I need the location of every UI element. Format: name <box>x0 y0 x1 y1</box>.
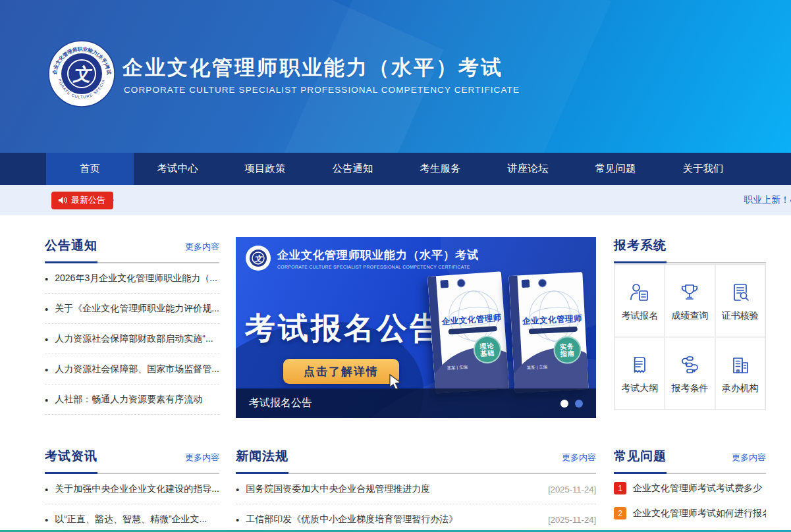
announcement-item[interactable]: • 关于《企业文化管理师职业能力评价规... <box>45 294 219 324</box>
latest-notice-badge: 最新公告 <box>51 192 113 209</box>
logo-glyph: 文 <box>72 65 93 84</box>
certificate-verify-icon <box>728 280 752 304</box>
banner-logo-icon: 文 <box>245 245 271 271</box>
apply-system-title: 报考系统 <box>614 237 667 254</box>
news-laws-link[interactable]: 国务院国资委加大中央企业合规管理推进力度 <box>246 483 533 495</box>
speaker-icon <box>57 196 67 205</box>
news-laws-more-link[interactable]: 更多内容 <box>562 452 596 464</box>
apply-system-item-outline[interactable]: 考试大纲 <box>614 337 665 410</box>
banner-slide[interactable]: 文 企业文化管理师职业能力（水平）考试 CORPORATE CULTURE SP… <box>236 237 596 418</box>
announcement-link[interactable]: 2026年3月企业文化管理师职业能力（... <box>55 273 219 284</box>
banner-detail-button[interactable]: 点击了解详情 <box>283 359 399 384</box>
book-tag <box>522 279 530 288</box>
announcement-link[interactable]: 人力资源社会保障部、国家市场监督管... <box>55 363 219 375</box>
cell-label: 证书核验 <box>722 310 759 322</box>
banner-brand-title: 企业文化管理师职业能力（水平）考试 <box>277 248 479 263</box>
nav-item-lecture-forum[interactable]: 讲座论坛 <box>484 153 572 185</box>
exam-news-title: 考试资讯 <box>45 448 97 465</box>
exam-news-link[interactable]: 关于加强中央企业企业文化建设的指导... <box>55 483 219 495</box>
divider <box>614 473 766 474</box>
faq-number-badge: 2 <box>614 507 626 519</box>
announcements-more-link[interactable]: 更多内容 <box>185 241 219 253</box>
book-cover: 企业文化管理师 某某 | 主编 实务 指南 <box>508 272 588 393</box>
announcement-item[interactable]: • 人力资源社会保障部财政部启动实施“... <box>45 324 219 354</box>
bullet-icon: • <box>45 274 48 284</box>
banner-brand: 文 企业文化管理师职业能力（水平）考试 CORPORATE CULTURE SP… <box>245 245 479 271</box>
bullet-icon: • <box>45 485 48 494</box>
announcement-link[interactable]: 人力资源社会保障部财政部启动实施“... <box>55 333 219 345</box>
faq-more-link[interactable]: 更多内容 <box>732 452 766 464</box>
main-nav: 首页 考试中心 项目政策 公告通知 考生服务 讲座论坛 常见问题 关于我们 <box>0 153 791 185</box>
exam-news-link[interactable]: 以“正直、豁达、智慧、精微”企业文... <box>55 514 219 525</box>
cell-label: 考试报名 <box>621 310 658 322</box>
cursor-arrow-icon <box>389 374 403 390</box>
faq-link[interactable]: 企业文化管理师考试如何进行报名... <box>633 508 766 519</box>
row-top: 公告通知 更多内容 • 2026年3月企业文化管理师职业能力（... • 关于《… <box>45 237 766 418</box>
faq-title: 常见问题 <box>614 448 667 465</box>
announcement-item[interactable]: • 人力资源社会保障部、国家市场监督管... <box>45 354 219 385</box>
exam-news-item[interactable]: • 以“正直、豁达、智慧、精微”企业文... <box>45 504 219 532</box>
announcement-link[interactable]: 关于《企业文化管理师职业能力评价规... <box>55 303 219 315</box>
bullet-icon: • <box>236 515 239 525</box>
apply-system-grid: 考试报名 成绩查询 <box>614 264 766 410</box>
faq-item[interactable]: 2 企业文化管理师考试如何进行报名... <box>614 502 766 524</box>
book-author: 某某 | 主编 <box>527 364 548 371</box>
apply-system-item-conditions[interactable]: 报考条件 <box>665 337 715 410</box>
book-logo-icon <box>456 279 466 288</box>
cell-label: 成绩查询 <box>671 310 708 322</box>
site-subtitle: CORPORATE CULTURE SPECIALIST PROFESSIONA… <box>124 85 520 95</box>
apply-system-item-organizer[interactable]: 承办机构 <box>715 337 765 410</box>
news-laws-link[interactable]: 工信部印发《优质中小企业梯度培育管理暂行办法》 <box>246 514 533 525</box>
exam-news-more-link[interactable]: 更多内容 <box>185 452 219 464</box>
bullet-icon: • <box>236 485 239 494</box>
announcements-title: 公告通知 <box>45 237 97 254</box>
score-query-icon <box>678 280 701 304</box>
nav-item-about-us[interactable]: 关于我们 <box>659 153 747 185</box>
news-laws-item[interactable]: • 工信部印发《优质中小企业梯度培育管理暂行办法》 [2025-11-24] <box>236 504 596 532</box>
book-tag <box>440 280 449 288</box>
cell-label: 承办机构 <box>722 383 759 394</box>
banner-brand-subtitle: CORPORATE CULTURE SPECIALIST PROFESSIONA… <box>277 265 479 269</box>
row-bottom: 考试资讯 更多内容 • 关于加强中央企业企业文化建设的指导... • 以“正直、… <box>45 448 766 532</box>
banner-caption: 考试报名公告 <box>249 396 560 410</box>
apply-system-panel: 报考系统 考试报名 <box>614 237 766 410</box>
bullet-icon: • <box>45 304 48 314</box>
nav-item-announcements[interactable]: 公告通知 <box>309 153 396 185</box>
faq-item[interactable]: 1 企业文化管理师考试考试费多少，... <box>614 477 766 499</box>
cell-label: 报考条件 <box>671 383 708 394</box>
book-cover: 企业文化管理师 某某 | 主编 理论 基础 <box>427 271 509 393</box>
divider <box>614 262 766 263</box>
nav-item-faq[interactable]: 常见问题 <box>572 153 659 185</box>
news-laws-item[interactable]: • 国务院国资委加大中央企业合规管理推进力度 [2025-11-24] <box>236 474 596 504</box>
page: 企业文化管理师职业能力(水平)考试 CORPORATE CULTURE SPEC… <box>0 0 791 532</box>
book-logo-icon <box>538 279 547 288</box>
site-logo-icon: 企业文化管理师职业能力(水平)考试 CORPORATE CULTURE SPEC… <box>47 40 116 108</box>
announcement-item[interactable]: • 2026年3月企业文化管理师职业能力（... <box>45 263 219 294</box>
banner-panel: 文 企业文化管理师职业能力（水平）考试 CORPORATE CULTURE SP… <box>236 237 596 418</box>
nav-item-policy[interactable]: 项目政策 <box>221 153 309 185</box>
nav-item-candidate-services[interactable]: 考生服务 <box>396 153 484 185</box>
bullet-icon: • <box>45 515 48 525</box>
apply-system-item-score[interactable]: 成绩查询 <box>665 265 715 337</box>
apply-system-item-register[interactable]: 考试报名 <box>614 265 665 337</box>
notice-ticker-link[interactable]: 职业上新！4 <box>744 194 791 206</box>
faq-number-badge: 1 <box>614 482 626 494</box>
banner-books: 企业文化管理师 某某 | 主编 理论 基础 <box>431 274 586 391</box>
nav-item-home[interactable]: 首页 <box>46 153 134 185</box>
cell-label: 考试大纲 <box>621 383 658 394</box>
bullet-icon: • <box>45 334 48 344</box>
carousel-dot-2[interactable] <box>575 400 583 408</box>
nav-item-exam-center[interactable]: 考试中心 <box>134 153 221 185</box>
exam-news-item[interactable]: • 关于加强中央企业企业文化建设的指导... <box>45 474 219 504</box>
exam-register-icon <box>628 280 651 304</box>
notice-bar: 最新公告 职业上新！4 <box>0 185 791 215</box>
bullet-icon: • <box>45 365 48 375</box>
announcement-item[interactable]: • 人社部：畅通人力资源要素有序流动 <box>45 385 219 415</box>
news-date: [2025-11-24] <box>548 515 596 525</box>
carousel-dot-1[interactable] <box>560 400 568 408</box>
faq-link[interactable]: 企业文化管理师考试考试费多少，... <box>633 483 766 494</box>
faq-panel: 常见问题 更多内容 1 企业文化管理师考试考试费多少，... 2 企业文化管理师… <box>614 448 766 532</box>
announcement-link[interactable]: 人社部：畅通人力资源要素有序流动 <box>55 394 219 406</box>
apply-system-item-certificate[interactable]: 证书核验 <box>715 265 765 337</box>
site-title: 企业文化管理师职业能力（水平）考试 <box>123 54 503 82</box>
